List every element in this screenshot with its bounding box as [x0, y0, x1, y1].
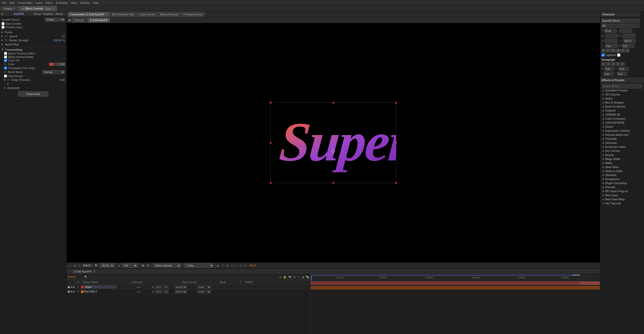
live-update-icon[interactable]: ⟳: [244, 264, 247, 267]
right-indent-input[interactable]: [619, 67, 629, 71]
effects-item-expression[interactable]: ▶ Expression Controls: [602, 129, 642, 133]
justify-icon[interactable]: ≡: [616, 62, 620, 66]
ignore-effect-checkbox[interactable]: [4, 52, 7, 55]
project-panel-tab[interactable]: Project ✕: [1, 6, 18, 11]
layer1-eye-icon[interactable]: [68, 286, 70, 288]
3d-mode-icon[interactable]: ⬡: [221, 264, 225, 267]
left-indent-input[interactable]: [605, 67, 615, 71]
work-area-indicator[interactable]: [311, 275, 580, 276]
effects-item-crossphere[interactable]: ▶ CROSSPHERE: [602, 121, 642, 125]
draft-icon[interactable]: ⊙: [239, 264, 242, 267]
layer-viewer-tab[interactable]: Layer (none): [137, 12, 157, 17]
layer2-parent-dropdown[interactable]: None: [155, 290, 169, 293]
border-strength-section[interactable]: Border Strength 100,00 %: [0, 38, 66, 42]
gummy-tab[interactable]: Gummy: [72, 18, 86, 22]
nav-arrow-left[interactable]: ◀: [68, 18, 70, 22]
fractional-widths-checkbox[interactable]: [617, 53, 620, 57]
menu-window[interactable]: Window: [80, 1, 90, 4]
effects-item-neat-video[interactable]: ▶ Neat Video: [602, 165, 642, 169]
advanced-section[interactable]: Advanced: [0, 86, 66, 90]
view-growth-checkbox[interactable]: [2, 22, 5, 25]
layer2-color-label[interactable]: [81, 290, 84, 293]
layer1-parent-dropdown[interactable]: None: [155, 285, 169, 289]
layer1-lock-icon[interactable]: [73, 286, 75, 288]
effects-item-revision[interactable]: ▶ RE:Vision Plug-ins: [602, 189, 642, 193]
layer2-fx-icon[interactable]: fx: [139, 290, 141, 293]
effects-item-3d-channel[interactable]: ▶ 3D Channel: [602, 92, 642, 96]
about-button[interactable]: About...: [55, 12, 65, 15]
space-before-input[interactable]: [604, 72, 614, 76]
timeline-menu[interactable]: ☰: [93, 270, 96, 273]
handle-bl[interactable]: [270, 182, 271, 184]
vert-scale-input[interactable]: [605, 39, 618, 43]
render-icon[interactable]: ▶: [217, 264, 220, 267]
alpha-inverted-checkbox[interactable]: [4, 55, 7, 58]
viewer-nav-icon[interactable]: ⋯: [68, 264, 72, 267]
resimulate-button[interactable]: Resimulate: [18, 91, 48, 96]
handle-tm[interactable]: [333, 102, 334, 104]
bold-button[interactable]: T: [601, 49, 606, 52]
composite-over-checkbox[interactable]: [4, 66, 7, 70]
timeline-layer-1[interactable]: 1 Super ◈ fx ⊕ None: [67, 285, 310, 289]
baseline-shift-input[interactable]: [605, 44, 618, 48]
layer2-solo-icon[interactable]: ◈: [137, 290, 139, 293]
ligatures-checkbox[interactable]: [601, 53, 605, 57]
reset-button[interactable]: Reset: [34, 12, 41, 15]
menu-layer[interactable]: Layer: [36, 1, 43, 4]
layer1-solo-icon[interactable]: ◈: [137, 286, 139, 288]
solo-icon[interactable]: ◈: [279, 275, 282, 279]
color-gradient-swatch[interactable]: [55, 63, 65, 66]
track-bar-2[interactable]: [311, 286, 600, 289]
effects-item-rg-trapcode[interactable]: ▶ Rg Trapcode: [602, 201, 642, 205]
layer1-color-label[interactable]: [81, 286, 84, 288]
compositing-section-header[interactable]: Compositing: [0, 48, 66, 52]
effects-item-immersive[interactable]: ▶ Immersive Video: [602, 145, 642, 149]
zoom-dropdown[interactable]: 64,2% 100% 50%: [100, 263, 114, 268]
effects-item-key-correct[interactable]: ▶ Key Correct: [602, 149, 642, 153]
effects-item-keying[interactable]: ▶ Keying: [602, 153, 642, 157]
lock-all-icon[interactable]: 🔒: [283, 275, 287, 279]
subscript-button[interactable]: T: [626, 49, 630, 52]
project-tab-close[interactable]: ✕: [14, 7, 16, 10]
effects-item-matte[interactable]: ▶ Matte: [602, 161, 642, 165]
align-left-icon[interactable]: ≡: [601, 62, 606, 66]
null-icon[interactable]: ⊕: [293, 275, 296, 279]
tsume-input[interactable]: [622, 44, 634, 48]
quality-icon[interactable]: ◈: [117, 264, 120, 267]
layer2-lock-icon[interactable]: [73, 291, 75, 293]
layer1-fx-icon[interactable]: fx: [139, 286, 141, 288]
work-area-end[interactable]: [572, 275, 580, 276]
mask-icon[interactable]: ◻: [231, 264, 234, 267]
snapshot-icon[interactable]: 📷: [141, 264, 145, 267]
horiz-scale-input[interactable]: [623, 39, 636, 43]
views-dropdown[interactable]: 1 View 2 Views - Horizontal: [184, 263, 214, 268]
justify-all-icon[interactable]: ≡: [621, 62, 625, 66]
italic-button[interactable]: T: [606, 49, 610, 52]
handle-tr[interactable]: [395, 102, 397, 104]
search-timeline-icon[interactable]: 🔍: [84, 275, 88, 279]
menu-help[interactable]: Help: [93, 1, 99, 4]
effects-item-audio[interactable]: ▶ Audio: [602, 96, 642, 101]
effects-item-plugin-everything[interactable]: ▶ Plugin Everything: [602, 181, 642, 185]
menu-effect[interactable]: Effect: [46, 1, 53, 4]
color-fill-checkbox[interactable]: [4, 59, 7, 62]
view-border-checkbox[interactable]: [4, 75, 7, 78]
effects-item-noise-grain[interactable]: ▶ Noise & Grain: [602, 169, 642, 173]
layer2-eye-icon[interactable]: [68, 291, 70, 293]
layer2-trkmat-dropdown[interactable]: None: [197, 290, 211, 293]
viewer-timecode[interactable]: 00035: [83, 264, 91, 267]
quality-dropdown[interactable]: Full Half Quarter: [122, 263, 138, 268]
menu-animation[interactable]: Animation: [56, 1, 68, 4]
align-center-icon[interactable]: ≡: [606, 62, 610, 66]
camera-icon[interactable]: 📷: [288, 275, 292, 279]
speed-map-section[interactable]: Speed Map: [0, 42, 66, 46]
effects-presets-header[interactable]: Effects & Presets: [600, 77, 644, 83]
viewer-grid-icon[interactable]: ⊞: [73, 264, 76, 267]
menu-file[interactable]: File: [2, 1, 7, 4]
points-section[interactable]: Points: [0, 30, 66, 34]
effects-item-color-correction[interactable]: ▶ Color Correction: [602, 117, 642, 121]
effects-item-generate[interactable]: ▶ Generate: [602, 141, 642, 145]
motion-blur-icon[interactable]: ≈: [235, 264, 238, 267]
effects-item-red-giant-warp[interactable]: ▶ Red Giant Warp: [602, 197, 642, 201]
font-family-input[interactable]: [601, 19, 639, 23]
